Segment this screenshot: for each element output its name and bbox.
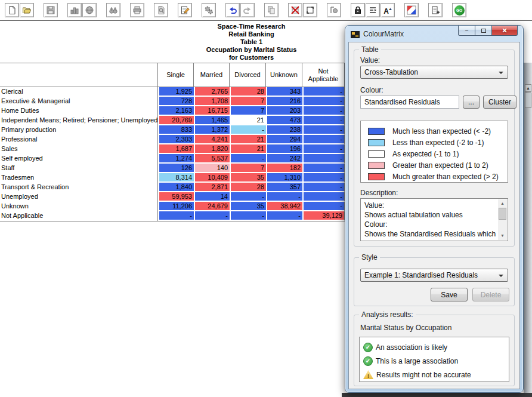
table-cell[interactable]: - [230, 192, 266, 202]
table-cell[interactable]: 35 [230, 173, 266, 183]
main-vertical-scrollbar[interactable]: ▲ [524, 63, 532, 397]
table-cell[interactable]: - [302, 154, 345, 164]
table-cell[interactable]: 1,840 [158, 183, 194, 192]
style-combobox[interactable]: Example 1: Standardised Residuals [360, 269, 508, 282]
scroll-up-icon[interactable]: ▲ [525, 84, 531, 92]
table-cell[interactable]: - [302, 106, 345, 116]
row-label[interactable]: Staff [0, 164, 158, 173]
table-cell[interactable]: 1,274 [158, 154, 194, 164]
chart-button[interactable] [67, 3, 82, 17]
copy-button[interactable] [264, 3, 279, 17]
edit-notes-button[interactable] [178, 3, 192, 17]
table-cell[interactable]: 28 [230, 183, 266, 192]
table-cell[interactable]: 1,310 [266, 173, 302, 183]
column-header[interactable]: Married [194, 63, 230, 87]
table-cell[interactable]: 11,206 [158, 202, 194, 211]
table-cell[interactable]: 1,687 [158, 144, 194, 154]
table-cell[interactable]: 216 [266, 97, 302, 106]
table-cell[interactable]: 1,372 [194, 125, 230, 135]
column-header[interactable]: Single [158, 63, 194, 87]
table-cell[interactable]: 2,303 [158, 135, 194, 144]
delete-style-button[interactable]: Delete [472, 288, 509, 301]
scroll-down-icon[interactable]: ▼ [498, 232, 507, 240]
table-cell[interactable]: 357 [266, 183, 302, 192]
table-cell[interactable]: 7 [230, 97, 266, 106]
table-cell[interactable]: 2,163 [158, 106, 194, 116]
row-label[interactable]: Unknown [0, 202, 158, 211]
table-cell[interactable]: 728 [158, 97, 194, 106]
browse-button[interactable]: ... [463, 96, 480, 109]
find-button[interactable] [106, 3, 120, 17]
table-cell[interactable]: 59,953 [158, 192, 194, 202]
row-label[interactable]: Transport & Recreation [0, 183, 158, 192]
table-cell[interactable]: - [302, 116, 345, 125]
close-button[interactable]: ✕ [491, 26, 518, 36]
table-cell[interactable]: - [158, 211, 194, 221]
table-cell[interactable]: - [194, 211, 230, 221]
scrollbar-thumb[interactable] [525, 93, 531, 108]
row-label[interactable]: Unemployed [0, 192, 158, 202]
table-cell[interactable]: - [266, 192, 302, 202]
table-cell[interactable]: 343 [266, 87, 302, 97]
table-cell[interactable]: 203 [266, 106, 302, 116]
maximize-button[interactable] [475, 26, 491, 36]
table-cell[interactable]: 28 [230, 87, 266, 97]
table-cell[interactable]: - [302, 144, 345, 154]
row-label[interactable]: Not Applicable [0, 211, 158, 221]
table-cell[interactable]: 21 [230, 144, 266, 154]
go-button[interactable]: GO [452, 3, 466, 17]
table-cell[interactable]: 1,465 [194, 116, 230, 125]
table-cell[interactable]: - [230, 211, 266, 221]
save-style-button[interactable]: Save [431, 288, 468, 301]
table-cell[interactable]: 38,942 [266, 202, 302, 211]
table-cell[interactable]: 196 [266, 144, 302, 154]
table-cell[interactable]: 238 [266, 125, 302, 135]
table-cell[interactable]: 14 [194, 192, 230, 202]
open-button[interactable] [20, 3, 34, 17]
table-cell[interactable]: 126 [158, 164, 194, 173]
table-cell[interactable]: - [266, 211, 302, 221]
table-cell[interactable]: 35 [230, 202, 266, 211]
table-cell[interactable]: 242 [266, 154, 302, 164]
table-cell[interactable]: 294 [266, 135, 302, 144]
row-label[interactable]: Primary production [0, 125, 158, 135]
field-order-button[interactable] [366, 3, 380, 17]
table-cell[interactable]: - [302, 173, 345, 183]
delete-table-button[interactable] [288, 3, 302, 17]
font-size-button[interactable]: A+ [381, 3, 395, 17]
column-header[interactable]: Divorced [230, 63, 266, 87]
table-cell[interactable]: 473 [266, 116, 302, 125]
table-cell[interactable]: 4,241 [194, 135, 230, 144]
map-button[interactable] [82, 3, 97, 17]
row-label[interactable]: Home Duties [0, 106, 158, 116]
table-cell[interactable]: 1,820 [194, 144, 230, 154]
table-cell[interactable]: - [230, 154, 266, 164]
row-label[interactable]: Sales [0, 144, 158, 154]
table-cell[interactable]: 21 [230, 116, 266, 125]
tools-button[interactable] [202, 3, 216, 17]
print-preview-button[interactable] [154, 3, 168, 17]
table-cell[interactable]: - [302, 135, 345, 144]
row-label[interactable]: Professional [0, 135, 158, 144]
cluster-button[interactable]: Cluster [483, 96, 516, 109]
resize-table-button[interactable] [303, 3, 317, 17]
row-label[interactable]: Self employed [0, 154, 158, 164]
table-cell[interactable]: 16,715 [194, 106, 230, 116]
scroll-up-icon[interactable]: ▲ [498, 199, 507, 208]
table-cell[interactable]: 140 [194, 164, 230, 173]
table-cell[interactable]: - [302, 97, 345, 106]
table-cell[interactable]: - [230, 125, 266, 135]
minimize-button[interactable]: – [458, 26, 475, 36]
table-cell[interactable]: - [302, 183, 345, 192]
value-combobox[interactable]: Cross-Tabulation [360, 66, 508, 79]
table-cell[interactable]: 2,765 [194, 87, 230, 97]
table-cell[interactable]: 21 [230, 135, 266, 144]
row-label[interactable]: Tradesmen [0, 173, 158, 183]
scrollbar-thumb[interactable] [499, 208, 506, 220]
table-cell[interactable]: 8,314 [158, 173, 194, 183]
table-cell[interactable]: 10,409 [194, 173, 230, 183]
table-cell[interactable]: 1,708 [194, 97, 230, 106]
description-box[interactable]: Value:Shows actual tabulation valuesColo… [360, 198, 508, 241]
new-report-button[interactable] [428, 3, 443, 17]
table-cell[interactable]: 7 [230, 164, 266, 173]
